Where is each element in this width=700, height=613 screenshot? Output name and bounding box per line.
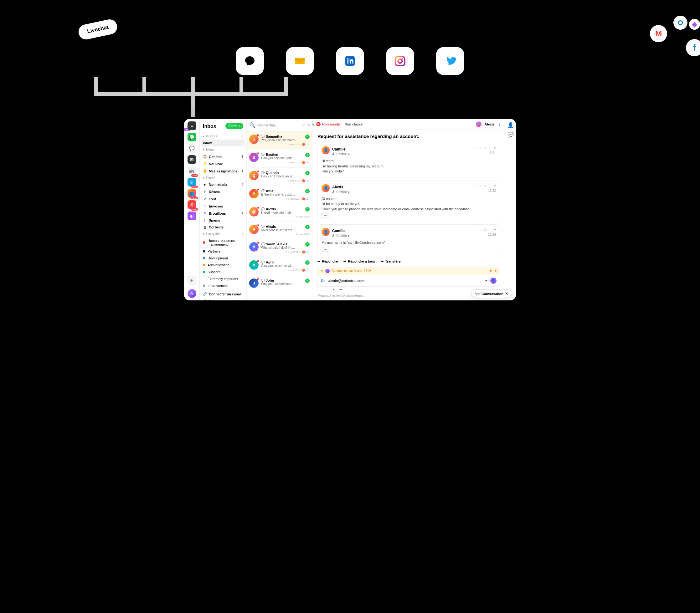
section-categories[interactable]: ▾Catégories+ [200, 231, 246, 237]
thread-subject: Request for assistance regarding an acco… [313, 130, 505, 143]
more-icon[interactable]: ⋮ [488, 184, 492, 188]
reply-button[interactable]: ↩ Répondre [317, 259, 338, 263]
conversation-item[interactable]: J John Why am Lexperiencin... ✓ [247, 275, 312, 291]
add-inbox-icon[interactable]: + [241, 134, 243, 138]
reply-all-icon[interactable]: ↩ [478, 228, 481, 232]
sidebar-category[interactable]: Partners [200, 248, 246, 255]
conversation-item[interactable]: @ Alexis I need more informati... 11 mai… [247, 204, 312, 222]
channel-mail [286, 47, 314, 75]
chevron-down-icon[interactable]: ▾ [495, 269, 497, 273]
section-inboxes[interactable]: ▾Inboxes+ [200, 133, 246, 140]
sidebar-footer-item[interactable]: 🔗Connecter un canal [200, 290, 246, 298]
section-miens[interactable]: ▾Miens [200, 146, 246, 153]
sidebar-category[interactable]: Extremely important [200, 275, 246, 282]
forward-button[interactable]: ↪ Transférer [381, 259, 402, 263]
message: 👤 Camille À: Camille ▾ ↩ ↩ ↪ ⋮ ▾ 16:21 H… [317, 143, 500, 178]
write-button[interactable]: Écrire + [225, 123, 243, 129]
sidebar-item[interactable]: ✎Brouillons4 [200, 210, 246, 217]
main-panel: ✕Non résolu Non classé Alexis ⋮ Request … [313, 119, 505, 300]
sidebar-category[interactable]: Administration [200, 262, 246, 269]
channel-twitter [436, 47, 464, 75]
channels-hero: Livechat M O ◆ f [6, 6, 694, 119]
rail-people-icon[interactable]: 👥Soon [188, 189, 196, 198]
avatar: 👤 [321, 146, 330, 154]
sidebar-item[interactable]: ●Non résolu4 [200, 181, 246, 188]
more-icon[interactable]: ⋮ [498, 122, 501, 127]
rail-add-button[interactable]: + [188, 276, 196, 285]
conversation-item[interactable]: A Alexis Voici donc le lien d'acc... 11 … [247, 222, 312, 239]
sidebar-footer-item[interactable]: 📥Boîte de réception [200, 298, 246, 300]
sidebar-item[interactable]: 🏠Général1 [200, 153, 246, 160]
select-icon[interactable]: ☑ [302, 123, 306, 127]
sidebar-item[interactable]: ✈Envoyés [200, 203, 246, 210]
rail-bubble-icon[interactable]: 💬 [188, 144, 196, 153]
check-icon: ✓ [305, 260, 310, 265]
message: 👤 Camille À: Camille ▾ ↩ ↩ ↪ ⋮ ▾ 16:24 M… [317, 224, 500, 255]
rail-money-icon[interactable]: $Soon [188, 200, 196, 209]
close-icon[interactable]: ✕ [505, 292, 508, 296]
reply-icon[interactable]: ↩ [473, 228, 476, 232]
sort-icon[interactable]: ⇅ [307, 123, 310, 127]
chevron-down-icon[interactable]: ▾ [494, 228, 496, 232]
rail-analytics-icon[interactable]: ◐ [188, 211, 196, 220]
chevron-down-icon[interactable]: ▾ [494, 146, 496, 150]
chevron-down-icon[interactable]: ▾ [485, 278, 487, 283]
chevron-down-icon[interactable]: ▾ [348, 152, 349, 156]
more-icon[interactable]: ⋮ [488, 146, 492, 150]
channel-instagram [386, 47, 414, 75]
sidebar-category[interactable]: Improvement [200, 282, 246, 289]
sidebar-item[interactable]: ✋Mes assignations1 [200, 167, 246, 174]
more-icon[interactable]: ⋮ [488, 228, 492, 232]
conversation-item[interactable]: S Samantha Yes, of course, we have... 11… [247, 131, 312, 149]
conversation-item[interactable]: A Sarah, Alexis What should I do if I fo… [247, 239, 312, 257]
status-unresolved[interactable]: ✕Non résolu [316, 122, 340, 127]
expand-icon[interactable]: ••• [321, 247, 330, 251]
sidebar-category[interactable]: Human resources management [200, 237, 246, 248]
reply-all-icon[interactable]: ↩ [478, 146, 481, 150]
rail-logo-icon[interactable]: ≡ [188, 121, 196, 130]
sidebar-category[interactable]: Support [200, 269, 246, 275]
search-input[interactable] [257, 123, 301, 127]
rail-bot-icon[interactable]: 🤖Soon [188, 167, 196, 175]
chevron-down-icon[interactable]: ▾ [494, 184, 496, 188]
sidebar-item[interactable]: 🗑Corbeille [200, 224, 246, 231]
conversation-item[interactable]: Q Quentin How can I delete an ac... 11 m… [247, 168, 312, 186]
header-user: Alexis [485, 122, 495, 126]
reply-all-icon[interactable]: ↩ [478, 184, 481, 188]
add-category-icon[interactable]: + [241, 232, 243, 236]
chat-icon[interactable]: 💬 [508, 132, 514, 138]
sidebar-item[interactable]: ✔Résolu [200, 188, 246, 195]
rail-mail-icon[interactable]: ✉ [188, 155, 196, 164]
reply-icon[interactable]: ↩ [473, 146, 476, 150]
rail-user-avatar[interactable]: A [188, 289, 196, 298]
svg-point-3 [398, 59, 402, 63]
rail-chat-icon[interactable]: 💬 [188, 133, 196, 141]
conversation-item[interactable]: B Bastien Can you help me gene... 11 mai… [247, 149, 312, 168]
section-global[interactable]: ▾Global [200, 174, 246, 181]
svg-point-4 [402, 58, 403, 59]
sidebar-item[interactable]: ↗Tout [200, 195, 246, 203]
conversation-tab[interactable]: 💬 Conversation ✕ [471, 289, 512, 298]
forward-icon[interactable]: ↪ [483, 228, 486, 232]
delete-icon[interactable]: 🗑 [489, 269, 493, 273]
header-avatar [476, 121, 482, 127]
avatar: 👤 [321, 228, 330, 236]
chevron-down-icon[interactable]: ▾ [348, 190, 349, 194]
chevron-down-icon[interactable]: ▾ [348, 234, 349, 237]
rail-send-icon[interactable]: ✈Soon [188, 178, 196, 186]
conversation-item[interactable]: A Anis Is there a way to custo... 11 mai… [247, 186, 312, 204]
reply-all-button[interactable]: ↩ Répondre à tous [343, 259, 375, 263]
avatar: 👤 [321, 184, 330, 192]
status-unclassified[interactable]: Non classé [344, 122, 362, 126]
search-icon: 🔍 [249, 122, 255, 128]
sidebar-item[interactable]: !Spams [200, 217, 246, 224]
sidebar-item-inbox[interactable]: Inbox [201, 140, 245, 146]
sidebar-category[interactable]: Development [200, 255, 246, 262]
forward-icon[interactable]: ↪ [483, 184, 486, 188]
profile-icon[interactable]: 👤 [508, 122, 514, 128]
sidebar-item[interactable]: ✨Nouveau [200, 160, 246, 167]
reply-icon[interactable]: ↩ [473, 184, 476, 188]
expand-icon[interactable]: ••• [321, 213, 330, 218]
forward-icon[interactable]: ↪ [483, 146, 486, 150]
conversation-item[interactable]: A April Can you assist me wit... 11 mai … [247, 257, 312, 275]
